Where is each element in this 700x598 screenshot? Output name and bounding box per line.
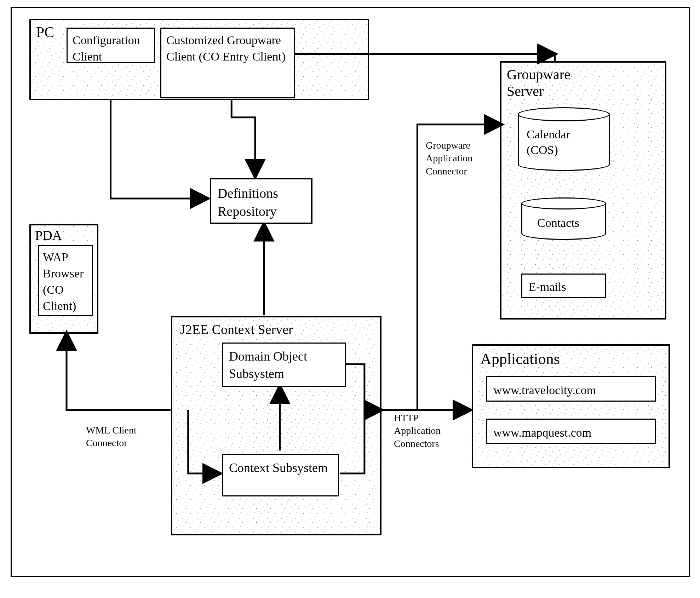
emails-label: E-mails (529, 280, 566, 293)
groupware-client-label: Customized Groupware Client (CO Entry Cl… (166, 34, 286, 63)
app-travelocity-label: www.travelocity.com (493, 384, 596, 397)
groupware-server-title: Groupware Server (507, 66, 595, 99)
app-mapquest-box: www.mapquest.com (486, 419, 656, 444)
wap-browser-box: WAP Browser (CO Client) (38, 245, 93, 316)
diagram-frame: PC Configuration Client Customized Group… (11, 7, 690, 577)
app-mapquest-label: www.mapquest.com (493, 426, 591, 439)
groupware-connector-label: Groupware Application Connector (426, 139, 493, 178)
app-travelocity-box: www.travelocity.com (486, 376, 656, 402)
context-subsystem-label: Context Subsystem (229, 461, 328, 475)
groupware-client-box: Customized Groupware Client (CO Entry Cl… (160, 28, 295, 98)
j2ee-title: J2EE Context Server (180, 322, 293, 337)
wml-connector-label: WML Client Connector (86, 424, 153, 450)
calendar-label: Calendar (COS) (527, 127, 601, 158)
domain-object-label: Domain Object Subsystem (229, 349, 307, 381)
contacts-cylinder: Contacts (521, 197, 606, 240)
contacts-label: Contacts (537, 215, 579, 231)
calendar-cylinder: Calendar (COS) (518, 107, 610, 171)
wap-browser-label: WAP Browser (CO Client) (43, 251, 84, 312)
configuration-client-box: Configuration Client (67, 28, 155, 63)
configuration-client-label: Configuration Client (73, 34, 140, 63)
applications-container: Applications (472, 344, 670, 468)
applications-title: Applications (480, 350, 560, 368)
pc-title: PC (36, 24, 54, 41)
definitions-repository-label: Definitions Repository (218, 186, 278, 219)
http-connector-label: HTTP Application Connectors (394, 412, 461, 450)
domain-object-box: Domain Object Subsystem (222, 343, 346, 387)
context-subsystem-box: Context Subsystem (222, 454, 339, 496)
pda-title: PDA (35, 228, 62, 243)
definitions-repository-box: Definitions Repository (210, 178, 312, 224)
emails-box: E-mails (521, 274, 606, 298)
